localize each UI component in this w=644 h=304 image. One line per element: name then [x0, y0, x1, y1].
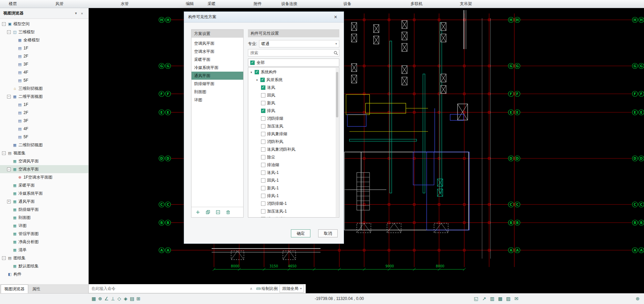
command-input[interactable] [89, 286, 247, 291]
tree-expander-icon[interactable]: − [2, 151, 6, 155]
menu-item[interactable]: 楼层 [6, 0, 19, 8]
sidebar-tree-item[interactable]: ▦默认图纸集 [0, 262, 88, 270]
component-checkbox-row[interactable]: 排风-1 [248, 192, 339, 200]
sidebar-tree-item[interactable]: ▦采暖平面 [0, 181, 88, 189]
layout-icon[interactable]: ▥ [488, 295, 496, 302]
sidebar-tree-item[interactable]: ▤5F [0, 76, 88, 84]
sidebar-tree-item[interactable]: ▤4F [0, 125, 88, 133]
tree-expander-icon[interactable]: ▾ [250, 71, 253, 74]
menu-item[interactable]: 多联机 [408, 0, 425, 8]
component-checkbox-row[interactable]: 送风 [248, 84, 339, 91]
sidebar-tree-item[interactable]: ▤3F [0, 117, 88, 125]
sidebar-tree-item[interactable]: ◧构件 [0, 270, 88, 278]
selection-cycling-icon[interactable]: ⊞ [135, 295, 142, 302]
sidebar-tree-item[interactable]: −◫三维模型 [0, 28, 88, 36]
component-checkbox[interactable] [261, 217, 265, 218]
scheme-list-item[interactable]: 防排烟平面 [191, 80, 243, 88]
sidebar-tree-item[interactable]: ▤3F [0, 60, 88, 68]
component-checkbox-row[interactable]: ▾风管系统 [248, 76, 339, 84]
tree-expander-icon[interactable]: − [7, 30, 11, 34]
sidebar-tree-item[interactable]: ▦二维剖切视图 [0, 141, 88, 149]
component-tree-scrollbar[interactable] [336, 68, 339, 217]
select-all-checkbox[interactable] [250, 61, 255, 65]
menu-item[interactable]: 设备连接 [278, 0, 300, 8]
dialog-title-bar[interactable]: 构件可见性方案 × [184, 12, 344, 23]
component-checkbox-row[interactable]: 排风 [248, 107, 339, 115]
component-checkbox[interactable] [255, 70, 259, 74]
message-icon[interactable]: ✉ [513, 295, 520, 302]
tree-expander-icon[interactable]: − [7, 167, 11, 171]
component-checkbox-row[interactable]: 送风-1 [248, 169, 339, 177]
cancel-button[interactable]: 取消 [318, 229, 338, 237]
sidebar-tree-item[interactable]: ▦全楼模型 [0, 36, 88, 44]
settings-icon[interactable]: ⊛ [634, 295, 641, 302]
component-checkbox[interactable] [261, 101, 265, 105]
component-checkbox[interactable] [261, 194, 265, 198]
component-search-input[interactable] [248, 50, 332, 55]
component-checkbox-row[interactable]: 消防排烟-1 [248, 200, 339, 207]
sidebar-tree-item[interactable]: ▦防排烟平面 [0, 205, 88, 214]
sidebar-tree-item[interactable]: ▦空调风平面 [0, 157, 88, 165]
panel-tab[interactable]: 属性 [29, 285, 44, 293]
menu-item[interactable]: 设备 [341, 0, 354, 8]
scale-select[interactable]: 跟随全局 ▾ [280, 285, 304, 293]
grid-display-icon[interactable]: ▩ [497, 295, 504, 302]
component-checkbox-row[interactable]: 加压送风-1 [248, 207, 339, 215]
sidebar-tree-item[interactable]: ▤4F [0, 68, 88, 76]
tree-expander-icon[interactable]: − [2, 256, 6, 260]
collapse-command-icon[interactable]: ∧ [247, 287, 255, 291]
dialog-close-button[interactable]: × [332, 14, 340, 20]
drawing-canvas[interactable]: HHHHHHGGGGGGFFFFFFEEEEEEDDDDDDCCCCCCBBBB… [89, 8, 644, 284]
component-checkbox-row[interactable]: 消防排烟 [248, 115, 339, 122]
menu-item[interactable]: 风管 [53, 0, 66, 8]
tree-expander-icon[interactable]: − [7, 95, 11, 99]
scheme-list-item[interactable]: 空调风平面 [191, 39, 243, 47]
component-checkbox-row[interactable]: 新风-1 [248, 184, 339, 192]
sidebar-tree-item[interactable]: ⊕1F空调水平面图 [0, 173, 88, 181]
sidebar-tree-item[interactable]: −▦二维平面视图 [0, 92, 88, 101]
menu-item[interactable]: 编辑 [183, 0, 197, 8]
component-checkbox[interactable] [261, 178, 265, 183]
menu-item[interactable]: 支吊架 [457, 0, 475, 8]
scheme-list-item[interactable]: 剖面图 [191, 88, 243, 96]
sidebar-tree-item[interactable]: −▤图纸集 [0, 254, 88, 262]
scheme-list-item[interactable]: 冷媒系统平面 [191, 64, 243, 72]
component-checkbox-row[interactable]: 消防补风 [248, 138, 339, 146]
scheme-list-item[interactable]: 通风平面 [191, 72, 243, 80]
tree-expander-icon[interactable]: + [7, 200, 11, 203]
component-checkbox[interactable] [261, 116, 265, 121]
component-checkbox[interactable] [261, 85, 265, 90]
component-checkbox[interactable] [261, 140, 265, 144]
sidebar-tree-item[interactable]: ▤2F [0, 52, 88, 60]
component-checkbox[interactable] [261, 209, 265, 214]
sidebar-tree-item[interactable]: ▦管综平面图 [0, 230, 88, 238]
tree-expander-icon[interactable]: − [2, 22, 6, 26]
component-checkbox[interactable] [261, 201, 265, 206]
menu-item[interactable]: 水管 [118, 0, 131, 8]
component-checkbox[interactable] [261, 147, 265, 152]
component-checkbox-row[interactable]: 回风-1 [248, 177, 339, 184]
sidebar-tree-item[interactable]: ▦冷媒系统平面 [0, 189, 88, 197]
sidebar-tree-item[interactable]: ▦详图 [0, 222, 88, 230]
component-checkbox[interactable] [261, 124, 265, 128]
ok-button[interactable]: 确定 [291, 229, 310, 237]
select-all-row[interactable]: 全部 [248, 59, 339, 67]
scrollbar-thumb[interactable] [336, 72, 338, 117]
scheme-list-item[interactable]: 空调水平面 [191, 47, 243, 55]
sidebar-tree-item[interactable]: ▤1F [0, 44, 88, 52]
component-checkbox[interactable] [261, 186, 265, 190]
component-checkbox-row[interactable]: ▾系统构件 [248, 68, 339, 76]
sidebar-tree-item[interactable]: ▦清单 [0, 246, 88, 254]
sidebar-tree-item[interactable]: ▤2F [0, 109, 88, 117]
menu-item[interactable]: 采暖 [205, 0, 218, 8]
add-scheme-button[interactable] [195, 209, 201, 215]
component-checkbox-row[interactable]: 除尘 [248, 153, 339, 161]
drawing-canvas-area[interactable]: HHHHHHGGGGGGFFFFFFEEEEEEDDDDDDCCCCCCBBBB… [89, 8, 644, 284]
component-checkbox-row[interactable]: 加压送风 [248, 122, 339, 130]
sidebar-tree-item[interactable]: ▤1F [0, 101, 88, 109]
zoom-extents-icon[interactable]: ↗ [480, 295, 488, 302]
sidebar-tree-item[interactable]: ⌂三维剖切视图 [0, 84, 88, 92]
pin-panel-icon[interactable]: ▾ [73, 11, 79, 15]
sidebar-tree-item[interactable]: ▦净高分析图 [0, 238, 88, 246]
component-checkbox[interactable] [261, 132, 265, 136]
